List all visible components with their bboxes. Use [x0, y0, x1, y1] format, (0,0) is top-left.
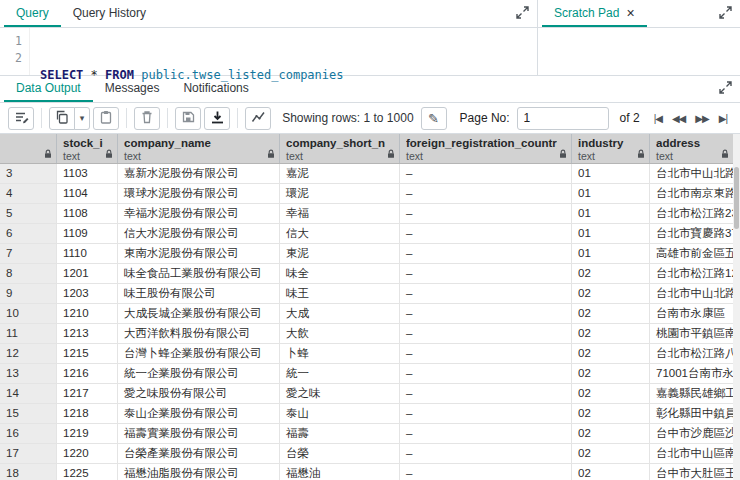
cell[interactable]: 大成	[280, 304, 400, 323]
column-header-stock_id[interactable]: stock_idtext	[57, 134, 118, 163]
scratch-pad-body[interactable]	[538, 28, 740, 75]
cell[interactable]: 味王股份有限公司	[118, 284, 280, 303]
cell[interactable]: 彰化縣田中鎮員	[650, 404, 740, 423]
cell[interactable]: 台榮產業股份有限公司	[118, 444, 280, 463]
cell[interactable]: 台北市寶慶路37	[650, 224, 740, 243]
cell[interactable]: –	[400, 464, 572, 480]
delete-button[interactable]	[134, 107, 160, 130]
cell[interactable]: 統一企業股份有限公司	[118, 364, 280, 383]
cell[interactable]: 大西洋飲料股份有限公司	[118, 324, 280, 343]
expand-output-panel-button[interactable]	[719, 81, 732, 97]
first-page-button[interactable]: |◀	[649, 113, 667, 124]
cell[interactable]: 台榮	[280, 444, 400, 463]
column-header-industry[interactable]: industrytext	[572, 134, 650, 163]
row-number[interactable]: 14	[0, 384, 57, 403]
cell[interactable]: –	[400, 384, 572, 403]
cell[interactable]: –	[400, 284, 572, 303]
cell[interactable]: 嘉義縣民雄鄉工	[650, 384, 740, 403]
cell[interactable]: 01	[572, 164, 650, 183]
column-header-address[interactable]: addresstext	[650, 134, 733, 163]
column-header-company_short_name[interactable]: company_short_nametext	[280, 134, 400, 163]
tab-query[interactable]: Query	[4, 0, 61, 27]
chart-button[interactable]	[245, 107, 271, 130]
column-header-foreign_registration_country[interactable]: foreign_registration_countrytext	[400, 134, 572, 163]
cell[interactable]: 02	[572, 264, 650, 283]
row-number[interactable]: 4	[0, 184, 57, 203]
cell[interactable]: 台灣卜蜂企業股份有限公司	[118, 344, 280, 363]
cell[interactable]: 泰山企業股份有限公司	[118, 404, 280, 423]
cell[interactable]: –	[400, 244, 572, 263]
cell[interactable]: 台北市中山北路	[650, 164, 740, 183]
cell[interactable]: 愛之味股份有限公司	[118, 384, 280, 403]
cell[interactable]: 1108	[57, 204, 118, 223]
last-page-button[interactable]: ▶|	[714, 113, 732, 124]
row-number[interactable]: 10	[0, 304, 57, 323]
cell[interactable]: 幸福水泥股份有限公司	[118, 204, 280, 223]
cell[interactable]: 02	[572, 364, 650, 383]
cell[interactable]: 福懋油	[280, 464, 400, 480]
tab-scratch-pad[interactable]: Scratch Pad ×	[542, 0, 647, 27]
cell[interactable]: –	[400, 184, 572, 203]
cell[interactable]: 1217	[57, 384, 118, 403]
cell[interactable]: 台北市中山區南	[650, 444, 740, 463]
cell[interactable]: 泰山	[280, 404, 400, 423]
cell[interactable]: 01	[572, 244, 650, 263]
row-number[interactable]: 11	[0, 324, 57, 343]
cell[interactable]: 高雄市前金區五	[650, 244, 740, 263]
cell[interactable]: –	[400, 364, 572, 383]
row-number[interactable]: 3	[0, 164, 57, 183]
cell[interactable]: 71001台南市永	[650, 364, 740, 383]
sql-editor[interactable]: 12 SELECT * FROM public.twse_listed_comp…	[0, 28, 538, 75]
cell[interactable]: 1219	[57, 424, 118, 443]
cell[interactable]: 卜蜂	[280, 344, 400, 363]
cell[interactable]: 味全	[280, 264, 400, 283]
tab-query-history[interactable]: Query History	[61, 0, 158, 27]
row-number[interactable]: 18	[0, 464, 57, 480]
cell[interactable]: 味王	[280, 284, 400, 303]
cell[interactable]: 台中市沙鹿區沙	[650, 424, 740, 443]
previous-page-button[interactable]: ◀◀	[667, 113, 690, 124]
cell[interactable]: –	[400, 164, 572, 183]
row-number[interactable]: 15	[0, 404, 57, 423]
cell[interactable]: –	[400, 264, 572, 283]
cell[interactable]: 1109	[57, 224, 118, 243]
cell[interactable]: 02	[572, 324, 650, 343]
cell[interactable]: 1213	[57, 324, 118, 343]
cell[interactable]: 東泥	[280, 244, 400, 263]
cell[interactable]: 1218	[57, 404, 118, 423]
vertical-scrollbar[interactable]	[733, 134, 740, 480]
cell[interactable]: 台北市中山北路	[650, 284, 740, 303]
cell[interactable]: 福壽	[280, 424, 400, 443]
edit-range-button[interactable]: ✎	[421, 107, 447, 130]
row-number[interactable]: 5	[0, 204, 57, 223]
cell[interactable]: 02	[572, 344, 650, 363]
cell[interactable]: –	[400, 324, 572, 343]
cell[interactable]: 福壽實業股份有限公司	[118, 424, 280, 443]
close-icon[interactable]: ×	[626, 6, 634, 20]
cell[interactable]: 味全食品工業股份有限公司	[118, 264, 280, 283]
cell[interactable]: 台北市松江路八	[650, 344, 740, 363]
cell[interactable]: 東南水泥股份有限公司	[118, 244, 280, 263]
cell[interactable]: 02	[572, 384, 650, 403]
scrollbar-thumb[interactable]	[734, 167, 739, 229]
row-number-header[interactable]	[0, 134, 57, 163]
cell[interactable]: 愛之味	[280, 384, 400, 403]
cell[interactable]: 台北市松江路23	[650, 204, 740, 223]
cell[interactable]: 1103	[57, 164, 118, 183]
paste-button[interactable]	[93, 107, 119, 130]
cell[interactable]: 福懋油脂股份有限公司	[118, 464, 280, 480]
sort-filter-button[interactable]	[8, 107, 34, 130]
cell[interactable]: 信大	[280, 224, 400, 243]
cell[interactable]: 1215	[57, 344, 118, 363]
cell[interactable]: 嘉泥	[280, 164, 400, 183]
cell[interactable]: 台中市大肚區王	[650, 464, 740, 480]
cell[interactable]: 1203	[57, 284, 118, 303]
cell[interactable]: 1104	[57, 184, 118, 203]
cell[interactable]: –	[400, 304, 572, 323]
next-page-button[interactable]: ▶▶	[690, 113, 713, 124]
cell[interactable]: –	[400, 444, 572, 463]
cell[interactable]: 1220	[57, 444, 118, 463]
row-number[interactable]: 8	[0, 264, 57, 283]
cell[interactable]: 台南市永康區	[650, 304, 740, 323]
copy-dropdown-button[interactable]: ▾	[74, 107, 90, 130]
